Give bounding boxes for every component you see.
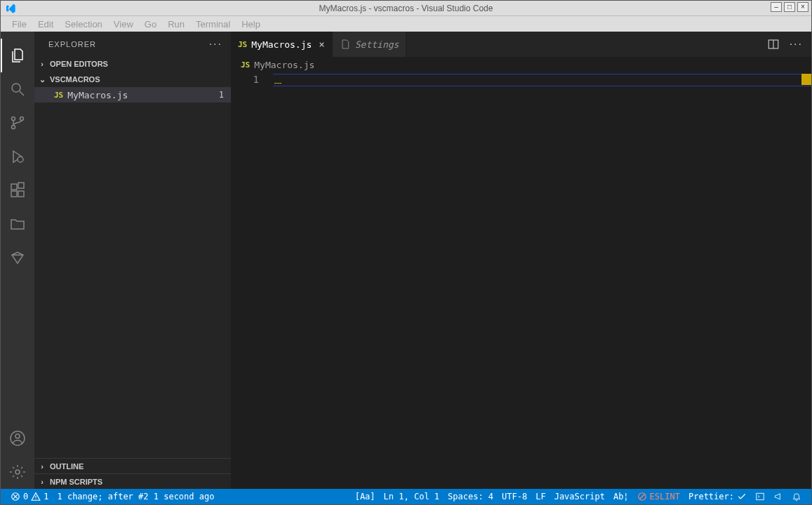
status-terminal[interactable] bbox=[751, 489, 769, 504]
chevron-right-icon: › bbox=[37, 478, 47, 486]
status-encoding[interactable]: UTF-8 bbox=[498, 489, 531, 504]
outline-section[interactable]: › OUTLINE bbox=[34, 458, 231, 473]
js-file-icon: JS bbox=[241, 60, 250, 70]
current-line-highlight bbox=[273, 74, 811, 86]
status-cursor[interactable]: Ln 1, Col 1 bbox=[380, 489, 444, 504]
npm-scripts-section[interactable]: › NPM SCRIPTS bbox=[34, 473, 231, 489]
activity-macros[interactable] bbox=[1, 207, 34, 241]
text-editor[interactable]: 1 bbox=[231, 72, 811, 489]
js-file-icon: JS bbox=[238, 40, 247, 49]
tab-mymacros[interactable]: JS MyMacros.js × bbox=[231, 32, 333, 57]
close-icon[interactable]: × bbox=[319, 39, 324, 50]
close-button[interactable]: × bbox=[797, 2, 808, 12]
svg-point-3 bbox=[12, 126, 15, 129]
chevron-right-icon: › bbox=[37, 60, 47, 68]
chevron-down-icon: ⌄ bbox=[37, 75, 47, 84]
breadcrumb-label: MyMacros.js bbox=[254, 60, 314, 70]
menubar: File Edit Selection View Go Run Terminal… bbox=[1, 16, 811, 32]
sidebar-header: EXPLORER ··· bbox=[34, 32, 231, 56]
error-icon bbox=[11, 492, 20, 501]
editor-gutter: 1 bbox=[231, 72, 273, 489]
menu-file[interactable]: File bbox=[6, 18, 32, 31]
activity-extensions[interactable] bbox=[1, 173, 34, 207]
sidebar-more-button[interactable]: ··· bbox=[209, 38, 222, 51]
tab-label: Settings bbox=[355, 39, 399, 50]
menu-selection[interactable]: Selection bbox=[59, 18, 107, 31]
breadcrumb[interactable]: JS MyMacros.js bbox=[231, 57, 811, 72]
svg-point-12 bbox=[15, 470, 20, 474]
activity-scm[interactable] bbox=[1, 106, 34, 140]
activity-explorer[interactable] bbox=[1, 39, 34, 72]
status-bar: 0 1 1 change; after #2 1 second ago [Aa]… bbox=[1, 489, 811, 504]
bell-icon bbox=[792, 492, 801, 501]
vscode-icon bbox=[5, 3, 16, 14]
activity-account[interactable] bbox=[1, 421, 34, 455]
gear-icon bbox=[9, 464, 26, 480]
file-icon bbox=[340, 39, 351, 50]
window-titlebar: MyMacros.js - vscmacros - Visual Studio … bbox=[1, 1, 811, 16]
explorer-sidebar: EXPLORER ··· › OPEN EDITORS ⌄ VSCMACROS … bbox=[34, 32, 231, 489]
file-item-mymacros[interactable]: JS MyMacros.js 1 bbox=[34, 87, 231, 103]
workbench: EXPLORER ··· › OPEN EDITORS ⌄ VSCMACROS … bbox=[1, 32, 811, 489]
open-editors-section[interactable]: › OPEN EDITORS bbox=[34, 56, 231, 72]
status-language[interactable]: JavaScript bbox=[550, 489, 609, 504]
warning-count: 1 bbox=[44, 492, 48, 501]
sidebar-title: EXPLORER bbox=[48, 40, 96, 48]
menu-go[interactable]: Go bbox=[139, 18, 162, 31]
maximize-button[interactable]: □ bbox=[784, 2, 795, 12]
js-file-icon: JS bbox=[54, 91, 63, 100]
status-feedback[interactable] bbox=[769, 489, 787, 504]
editor-area: JS MyMacros.js × Settings ··· JS MyMacro… bbox=[231, 32, 811, 489]
svg-point-4 bbox=[20, 117, 24, 121]
menu-view[interactable]: View bbox=[108, 18, 139, 31]
editor-tabs: JS MyMacros.js × Settings ··· bbox=[231, 32, 811, 57]
svg-point-0 bbox=[12, 84, 20, 92]
svg-line-1 bbox=[20, 91, 24, 96]
status-bell[interactable] bbox=[787, 489, 806, 504]
workspace-label: VSCMACROS bbox=[50, 75, 100, 84]
scm-text: 1 change; after #2 1 second ago bbox=[57, 492, 214, 501]
account-icon bbox=[9, 430, 26, 447]
window-controls: – □ × bbox=[771, 2, 808, 12]
warning-icon bbox=[31, 492, 41, 501]
minimize-button[interactable]: – bbox=[771, 2, 782, 12]
status-case[interactable]: [Aa] bbox=[351, 489, 380, 504]
status-prettier[interactable]: Prettier: bbox=[684, 489, 751, 504]
activity-search[interactable] bbox=[1, 72, 34, 106]
files-icon bbox=[9, 47, 26, 64]
split-editor-icon[interactable] bbox=[767, 38, 780, 51]
play-bug-icon bbox=[9, 148, 26, 165]
editor-more-button[interactable]: ··· bbox=[790, 38, 803, 51]
menu-run[interactable]: Run bbox=[162, 18, 190, 31]
extensions-icon bbox=[9, 182, 26, 199]
tab-settings[interactable]: Settings bbox=[333, 32, 407, 57]
activity-bar bbox=[1, 32, 34, 489]
menu-help[interactable]: Help bbox=[236, 18, 266, 31]
status-tabmode[interactable]: Ab¦ bbox=[609, 489, 633, 504]
menu-terminal[interactable]: Terminal bbox=[190, 18, 236, 31]
svg-rect-7 bbox=[11, 191, 17, 197]
chevron-right-icon: › bbox=[37, 462, 47, 471]
status-scm[interactable]: 1 change; after #2 1 second ago bbox=[53, 489, 218, 504]
menu-edit[interactable]: Edit bbox=[32, 18, 59, 31]
workspace-section[interactable]: ⌄ VSCMACROS bbox=[34, 72, 231, 87]
activity-other[interactable] bbox=[1, 241, 34, 275]
activity-settings[interactable] bbox=[1, 455, 34, 489]
status-spaces[interactable]: Spaces: 4 bbox=[444, 489, 498, 504]
cancel-icon bbox=[637, 492, 647, 501]
svg-point-19 bbox=[36, 499, 36, 499]
window-title: MyMacros.js - vscmacros - Visual Studio … bbox=[319, 4, 493, 13]
branch-icon bbox=[9, 114, 26, 131]
status-eslint[interactable]: ESLINT bbox=[633, 489, 684, 504]
status-eol[interactable]: LF bbox=[531, 489, 550, 504]
editor-content[interactable] bbox=[273, 72, 811, 489]
activity-debug[interactable] bbox=[1, 140, 34, 173]
squiggly-marker bbox=[274, 77, 281, 84]
status-problems[interactable]: 0 1 bbox=[6, 489, 53, 504]
check-icon bbox=[737, 492, 747, 501]
svg-point-5 bbox=[18, 157, 23, 162]
line-number: 1 bbox=[231, 74, 259, 85]
svg-rect-22 bbox=[757, 493, 764, 499]
open-editors-label: OPEN EDITORS bbox=[50, 60, 108, 68]
file-problem-count: 1 bbox=[219, 90, 224, 100]
